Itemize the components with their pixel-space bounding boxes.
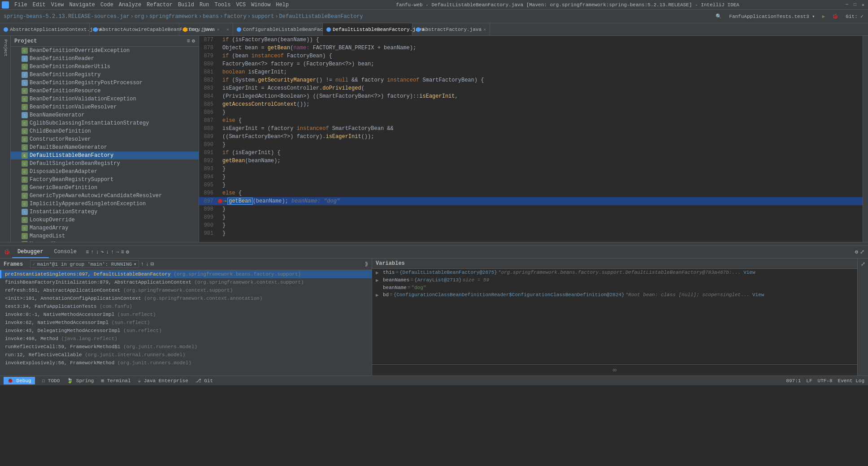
close-button[interactable]: ✕ (860, 2, 866, 8)
tab-close-6[interactable]: ✕ (483, 27, 486, 32)
menu-analyze[interactable]: Analyze (116, 0, 144, 9)
debug-evaluate[interactable]: ≡ (121, 249, 124, 255)
sidebar-item-implicitly[interactable]: C ImplicitlyAppearedSingletonException (11, 200, 199, 208)
frame-item-3[interactable]: <init>:101, AnnotationConfigApplicationC… (0, 294, 372, 302)
frame-item-0[interactable]: preInstantiateSingletons:897, DefaultLis… (0, 270, 372, 278)
sidebar-item-constructor-resolver[interactable]: C ConstructorResolver (11, 135, 199, 143)
sidebar-item-bean-def-value-resolver[interactable]: C BeanDefinitionValueResolver (11, 103, 199, 111)
frames-scroll-right[interactable]: ⟫ (365, 261, 368, 268)
breadcrumb-factory[interactable]: factory (224, 13, 246, 20)
sidebar-item-managed-array[interactable]: C ManagedArray (11, 224, 199, 232)
var-expand-beannames[interactable]: ▶ (376, 277, 382, 283)
sidebar-item-generic-type-aware[interactable]: C GenericTypeAwareAutowireCandidateResol… (11, 192, 199, 200)
sidebar-item-instantiation[interactable]: I InstantiationStrategy (11, 208, 199, 216)
frames-up-btn[interactable]: ↑ (141, 261, 144, 268)
tab-close-3[interactable]: ✕ (226, 27, 229, 32)
sidebar-item-child-bean[interactable]: C ChildBeanDefinition (11, 127, 199, 135)
debug-tab-console[interactable]: Console (49, 246, 82, 258)
debug-panel-settings[interactable]: ⚙ (855, 249, 858, 255)
tab-abstract-autowire[interactable]: AbstractAutowireCapableBeanFactory.java … (90, 23, 179, 35)
debug-status-btn[interactable]: 🐞 Debug (4, 377, 35, 384)
frame-item-4[interactable]: test3:34, FanfuApplicationTests (com.fan… (0, 302, 372, 311)
spring-status-btn[interactable]: 🍃 Spring (67, 378, 94, 384)
var-view-this[interactable]: View (743, 270, 755, 275)
breadcrumb-jar[interactable]: spring-beans-5.2.13.RELEASE-sources.jar (4, 13, 130, 20)
frame-item-5[interactable]: invoke:0:-1, NativeMethodAccessorImpl (s… (0, 311, 372, 319)
menu-vcs[interactable]: VCS (234, 0, 249, 9)
sidebar-item-bean-name-gen[interactable]: I BeanNameGenerator (11, 111, 199, 119)
frame-item-9[interactable]: runReflectiveCall:59, FrameworkMethod$1 … (0, 343, 372, 351)
debug-frames-icon[interactable]: ≡ (86, 249, 89, 255)
menu-refactor[interactable]: Refactor (144, 0, 175, 9)
debug-down-icon[interactable]: ↓ (95, 249, 99, 255)
git-status-btn[interactable]: ⎇ Git (195, 378, 213, 384)
toolbar-run-config[interactable]: FanfuApplicationTests.test3 ▾ (726, 13, 817, 20)
debug-step-over[interactable]: ↷ (101, 249, 104, 255)
menu-run[interactable]: Run (197, 0, 212, 9)
frames-down-btn[interactable]: ↓ (146, 261, 149, 268)
frame-item-8[interactable]: invoke:498, Method (java.lang.reflect) (0, 335, 372, 343)
tab-abstract-app-context[interactable]: AbstractApplicationContext.java ✕ (0, 23, 90, 35)
frames-filter-btn[interactable]: ⊟ (151, 261, 154, 268)
sidebar-item-managed-map[interactable]: C ManagedMap (11, 240, 199, 242)
maximize-button[interactable]: □ (852, 2, 858, 8)
sidebar-item-factory-bean-registry[interactable]: C FactoryBeanRegistrySupport (11, 176, 199, 184)
menu-file[interactable]: File (12, 0, 30, 9)
sidebar-item-disposable[interactable]: C DisposableBeanAdapter (11, 168, 199, 176)
tab-configurable[interactable]: ConfigurableListableBeanFactory.java ✕ (233, 23, 323, 35)
menu-build[interactable]: Build (175, 0, 197, 9)
event-log-btn[interactable]: Event Log (838, 378, 864, 384)
frame-item-10[interactable]: run:12, ReflectiveCallable (org.junit.in… (0, 351, 372, 359)
sidebar-item-managed-list[interactable]: C ManagedList (11, 232, 199, 240)
debug-up-icon[interactable]: ↑ (91, 249, 94, 255)
horizontal-scrollbar[interactable] (0, 242, 868, 246)
breadcrumb-org[interactable]: org (135, 13, 144, 20)
thread-selector[interactable]: ✓ main*@1 in group 'main': RUNNING ▾ (30, 260, 139, 268)
debug-run-to-cursor[interactable]: → (116, 249, 119, 255)
breadcrumb-support[interactable]: support (252, 13, 274, 20)
sidebar-settings-btn[interactable]: ⚙ (192, 38, 195, 44)
debug-step-into[interactable]: ↓ (106, 249, 109, 255)
debug-tab-debugger[interactable]: Debugger (12, 246, 49, 258)
debug-expand-icon[interactable]: ⤢ (860, 249, 864, 255)
sidebar-item-default-singleton[interactable]: C DefaultSingletonBeanRegistry (11, 160, 199, 168)
infinity-btn[interactable]: ∞ (613, 367, 616, 374)
menu-code[interactable]: Code (98, 0, 116, 9)
menu-navigate[interactable]: Navigate (66, 0, 98, 9)
sidebar-item-bean-def-reader-utils[interactable]: C BeanDefinitionReaderUtils (11, 63, 199, 71)
var-expand-bd[interactable]: ▶ (376, 292, 382, 298)
tab-dog[interactable]: Dog.java ✕ (179, 23, 233, 35)
todo-status-btn[interactable]: ☐ TODO (42, 378, 60, 384)
menu-view[interactable]: View (48, 0, 67, 9)
tab-defaultlistable[interactable]: DefaultListableBeanFactory.java ✕ (323, 23, 412, 35)
debug-settings[interactable]: ⚙ (126, 249, 129, 255)
sidebar-item-bean-def-registry[interactable]: I BeanDefinitionRegistry (11, 71, 199, 79)
sidebar-item-cglib[interactable]: C CglibSubclassingInstantiationStrategy (11, 119, 199, 127)
breadcrumb-springframework[interactable]: springframework (149, 13, 198, 20)
menu-edit[interactable]: Edit (30, 0, 48, 9)
sidebar-item-bean-def-registry-post[interactable]: I BeanDefinitionRegistryPostProcessor (11, 79, 199, 87)
minimize-button[interactable]: ─ (844, 2, 850, 8)
sidebar-item-bean-def-resource[interactable]: C BeanDefinitionResource (11, 87, 199, 95)
terminal-status-btn[interactable]: ⊞ Terminal (101, 378, 130, 384)
sidebar-item-generic-bean[interactable]: C GenericBeanDefinition (11, 184, 199, 192)
panel-expand-btn[interactable]: ⤢ (859, 260, 867, 268)
tab-abstract-factory[interactable]: AbstractFactory.java ✕ (412, 23, 490, 35)
breadcrumb-class[interactable]: DefaultListableBeanFactory (279, 13, 363, 20)
menu-window[interactable]: Window (248, 0, 273, 9)
var-view-bd[interactable]: View (752, 292, 764, 298)
sidebar-item-bean-def-reader[interactable]: I BeanDefinitionReader (11, 55, 199, 63)
breadcrumb-beans[interactable]: beans (203, 13, 219, 20)
menu-tools[interactable]: Tools (212, 0, 234, 9)
sidebar-item-default-bean-name-gen[interactable]: C DefaultBeanNameGenerator (11, 143, 199, 151)
debug-button[interactable]: 🐞 (829, 13, 841, 20)
debug-step-out[interactable]: ↑ (111, 249, 114, 255)
sidebar-item-bean-def-validation[interactable]: C BeanDefinitionValidationException (11, 95, 199, 103)
toolbar-search[interactable]: 🔍 (713, 13, 725, 20)
sidebar-item-default-listable[interactable]: C DefaultListableBeanFactory (11, 151, 199, 160)
var-expand-this[interactable]: ▶ (376, 270, 382, 276)
java-enterprise-btn[interactable]: ☕ Java Enterprise (138, 378, 188, 384)
project-tool-btn[interactable]: Project (2, 38, 9, 58)
sidebar-item-lookup[interactable]: C LookupOverride (11, 216, 199, 224)
run-button[interactable]: ▶ (820, 13, 828, 20)
